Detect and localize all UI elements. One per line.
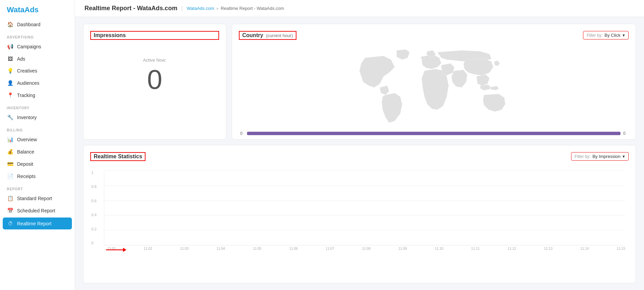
chart-svg <box>104 171 625 245</box>
svg-marker-1 <box>123 248 126 252</box>
receipts-icon: 📄 <box>7 173 14 179</box>
deposit-icon: 💳 <box>7 161 14 167</box>
chevron-down-icon: ▾ <box>623 33 625 38</box>
progress-right-value: 0 <box>623 131 627 136</box>
page-header: Realtime Report - WataAds.com | WataAds.… <box>75 0 644 17</box>
sidebar-item-balance[interactable]: 💰 Balance <box>0 146 75 158</box>
stats-header: Realtime Statistics <box>90 152 629 165</box>
progress-bar-track <box>247 132 620 135</box>
header-separator: | <box>181 6 183 11</box>
country-card: Country (current hour) Filter by: By Cli… <box>232 24 636 140</box>
main-content: Realtime Report - WataAds.com | WataAds.… <box>75 0 644 290</box>
chart-container: 1 0.8 0.6 0.4 0.2 0 <box>104 171 625 245</box>
sidebar-item-inventory[interactable]: 🔧 Inventory <box>0 111 75 124</box>
page-title: Realtime Report - WataAds.com <box>85 5 177 12</box>
inventory-icon: 🔧 <box>7 114 14 120</box>
scheduled-report-icon: 📅 <box>7 208 14 214</box>
audiences-icon: 👤 <box>7 80 14 86</box>
standard-report-icon: 📋 <box>7 195 14 202</box>
country-filter-dropdown[interactable]: Filter by: By Click ▾ <box>583 31 629 39</box>
chevron-down-icon-stats: ▾ <box>623 154 625 159</box>
content-area: Impressions Active Now: 0 Country (curre… <box>75 17 644 290</box>
country-title: Country (current hour) <box>239 31 296 40</box>
sidebar-item-receipts[interactable]: 📄 Receipts <box>0 170 75 182</box>
country-card-header: Country (current hour) Filter by: By Cli… <box>239 31 629 44</box>
breadcrumb-arrow: » <box>216 6 218 11</box>
sidebar-item-scheduled-report[interactable]: 📅 Scheduled Report <box>0 205 75 217</box>
section-report: REPORT <box>0 182 75 192</box>
sidebar-item-tracking[interactable]: 📍 Tracking <box>0 89 75 101</box>
active-now-value: 0 <box>90 66 219 93</box>
world-map-container <box>239 47 629 128</box>
section-billing: BILLING <box>0 124 75 133</box>
breadcrumb: WataAds.com » Realtime Report - WataAds.… <box>187 6 284 11</box>
stats-card: Realtime Statistics Filter by: By Impres… <box>83 145 636 283</box>
section-inventory: INVENTORY <box>0 101 75 111</box>
stats-title: Realtime Statistics <box>90 152 145 161</box>
chart-area <box>104 171 625 245</box>
overview-icon: 📊 <box>7 136 14 143</box>
chart-x-labels: 11:01 11:02 11:03 11:04 11:05 11:06 11:0… <box>104 247 629 251</box>
breadcrumb-current: Realtime Report - WataAds.com <box>221 6 284 11</box>
sidebar-item-realtime-report[interactable]: ⏱ Realtime Report <box>3 218 72 229</box>
ads-icon: 🖼 <box>7 56 14 62</box>
sidebar-item-audiences[interactable]: 👤 Audiences <box>0 77 75 89</box>
campaigns-icon: 📢 <box>7 44 14 50</box>
section-advertising: ADVERTISING <box>0 31 75 41</box>
chart-y-labels: 1 0.8 0.6 0.4 0.2 0 <box>91 171 96 245</box>
sidebar-item-overview[interactable]: 📊 Overview <box>0 133 75 146</box>
active-now-label: Active Now: <box>90 58 219 63</box>
sidebar-item-creatives[interactable]: 💡 Creatives <box>0 65 75 77</box>
sidebar-item-deposit[interactable]: 💳 Deposit <box>0 158 75 170</box>
sidebar-item-campaigns[interactable]: 📢 Campaigns <box>0 41 75 53</box>
sidebar: WataAds 🏠 Dashboard ADVERTISING 📢 Campai… <box>0 0 75 290</box>
progress-bar-row: 0 0 <box>239 131 629 136</box>
progress-left-value: 0 <box>240 131 244 136</box>
tracking-icon: 📍 <box>7 92 14 98</box>
breadcrumb-home[interactable]: WataAds.com <box>187 6 214 11</box>
creatives-icon: 💡 <box>7 68 14 74</box>
sidebar-item-ads[interactable]: 🖼 Ads <box>0 53 75 65</box>
arrow-svg <box>106 246 126 254</box>
top-row: Impressions Active Now: 0 Country (curre… <box>83 24 636 140</box>
impressions-card: Impressions Active Now: 0 <box>83 24 226 140</box>
realtime-report-icon: ⏱ <box>7 221 14 226</box>
arrow-annotation <box>106 246 126 254</box>
brand-logo[interactable]: WataAds <box>0 0 75 18</box>
home-icon: 🏠 <box>7 21 14 28</box>
impressions-title: Impressions <box>90 31 219 40</box>
sidebar-item-dashboard[interactable]: 🏠 Dashboard <box>0 18 75 31</box>
world-map <box>239 47 629 128</box>
chart-wrapper: 1 0.8 0.6 0.4 0.2 0 <box>90 171 629 251</box>
balance-icon: 💰 <box>7 149 14 155</box>
sidebar-item-standard-report[interactable]: 📋 Standard Report <box>0 192 75 205</box>
stats-filter-dropdown[interactable]: Filter by: By Impression ▾ <box>571 152 629 161</box>
